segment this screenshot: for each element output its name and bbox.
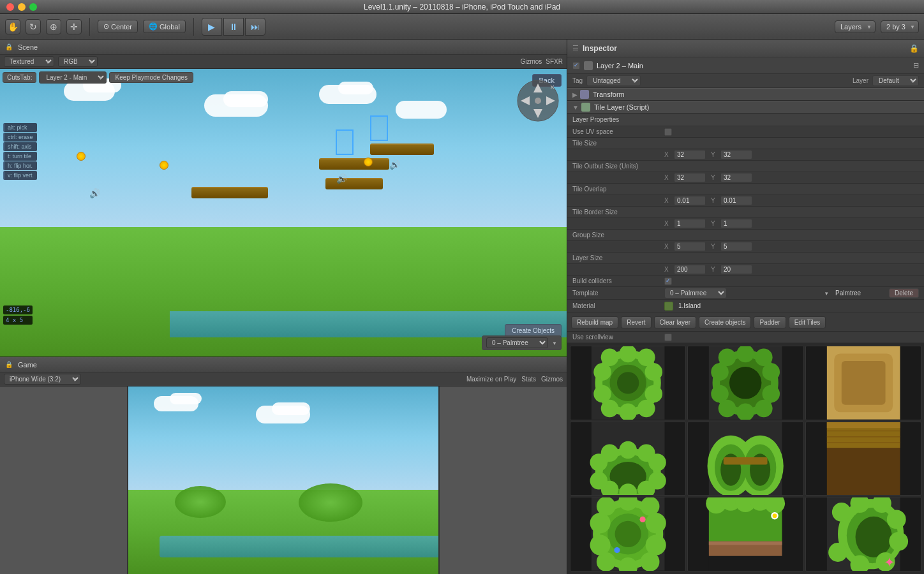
tile-size-row: Tile Size: [567, 138, 924, 149]
template-dropdown[interactable]: 0 – Palmrree: [664, 288, 727, 298]
svg-point-74: [641, 552, 660, 571]
layer-size-label: Layer Size: [572, 254, 662, 261]
shortcut-shift-axis: shift: axis: [3, 142, 37, 151]
cuts-tab: CutsTab: Layer 2 - Main Keep Playmode Ch…: [3, 71, 193, 84]
inspector-scroll[interactable]: ▶ Transform ▼ Tile Layer (Script) Layer …: [567, 88, 924, 314]
transform-header[interactable]: ▶ Transform: [567, 88, 924, 101]
tile-8[interactable]: [687, 497, 803, 571]
screen-size-dropdown[interactable]: iPhone Wide (3:2): [4, 374, 81, 385]
layer-enable-checkbox[interactable]: [572, 62, 580, 70]
global-toggle[interactable]: 🌐 Global: [143, 20, 186, 33]
game-toolbar: iPhone Wide (3:2) Maximize on Play Stats…: [0, 372, 567, 386]
game-gizmos-label[interactable]: Gizmos: [541, 376, 563, 383]
tile-1[interactable]: [570, 346, 686, 420]
tile-4[interactable]: [570, 422, 686, 496]
svg-point-41: [619, 441, 637, 459]
tag-dropdown-wrap: Untagged: [586, 75, 641, 86]
view-mode-dropdown[interactable]: Textured: [4, 56, 54, 67]
move-tool-button[interactable]: ✛: [66, 19, 82, 34]
clear-layer-button[interactable]: Clear layer: [654, 316, 696, 328]
tile-size-y-input[interactable]: [720, 150, 752, 159]
game-cloud-4: [272, 402, 310, 415]
by-dropdown[interactable]: 2 by 3: [881, 20, 919, 33]
nav-cross: ×: [516, 78, 560, 123]
rotate-tool-button[interactable]: ↻: [26, 19, 41, 34]
group-size-x-input[interactable]: [674, 242, 706, 251]
game-tab-label[interactable]: Game: [18, 361, 37, 369]
play-button[interactable]: ▶: [202, 18, 222, 36]
scene-lock-icon[interactable]: 🔒: [5, 43, 13, 50]
pause-button[interactable]: ⏸: [223, 18, 244, 36]
game-canvas: [0, 386, 567, 574]
gizmos-label[interactable]: Gizmos: [520, 58, 542, 65]
tile-7[interactable]: [570, 497, 686, 571]
svg-point-12: [645, 363, 663, 381]
material-value: 1.Island: [678, 302, 919, 309]
svg-point-26: [763, 363, 780, 381]
build-colliders-row: Build colliders: [567, 276, 924, 287]
center-toggle[interactable]: ⊙ Center: [98, 20, 138, 33]
tile-overlap-y-label: Y: [711, 197, 719, 204]
cloud-4: [223, 91, 268, 107]
stats-button[interactable]: Stats: [521, 376, 536, 383]
inspector-lock-button[interactable]: 🔒: [909, 44, 919, 53]
tile-border-y-input[interactable]: [720, 219, 752, 228]
svg-text:×: ×: [550, 83, 555, 92]
layer-size-x-input[interactable]: [674, 265, 706, 274]
palmtree-dropdown[interactable]: 0 – Palmtree: [486, 337, 548, 348]
game-water: [160, 536, 440, 557]
scene-tab-label[interactable]: Scene: [18, 43, 38, 51]
tile-layer-header[interactable]: ▼ Tile Layer (Script): [567, 101, 924, 114]
edit-tiles-button[interactable]: Edit Tiles: [789, 316, 826, 328]
scene-content: 🔊 🔊 🔊: [0, 69, 567, 357]
template-label: Template: [572, 290, 662, 297]
channel-dropdown[interactable]: RGB: [58, 56, 98, 67]
tile-overlap-x-input[interactable]: [674, 196, 706, 205]
tile-overlap-y-input[interactable]: [720, 196, 752, 205]
keep-playmode-button[interactable]: Keep Playmode Changes: [109, 72, 193, 83]
game-image: [127, 386, 440, 574]
game-lock-icon[interactable]: 🔒: [5, 361, 13, 368]
minimize-button[interactable]: [18, 3, 26, 11]
svg-rect-59: [826, 422, 900, 428]
rebuild-map-button[interactable]: Rebuild map: [571, 316, 618, 328]
game-header: 🔒 Game: [0, 357, 567, 372]
layer-select[interactable]: Layer 2 - Main: [39, 71, 107, 84]
tile-output-x-input[interactable]: [674, 173, 706, 182]
tile-size-x-input[interactable]: [674, 150, 706, 159]
layer-right-controls: ⊟: [913, 61, 919, 70]
step-button[interactable]: ⏭: [245, 18, 265, 36]
layer-size-y-input[interactable]: [720, 265, 752, 274]
close-button[interactable]: [6, 3, 14, 11]
use-uv-checkbox[interactable]: [664, 128, 672, 136]
tile-2[interactable]: [687, 346, 803, 420]
shortcut-t-turn: t: turn tile: [3, 152, 37, 161]
tile-9[interactable]: ✦: [805, 497, 921, 571]
tag-dropdown[interactable]: Untagged: [586, 75, 641, 86]
build-colliders-checkbox[interactable]: [664, 277, 672, 285]
window-controls: [6, 3, 37, 11]
tile-5[interactable]: [687, 422, 803, 496]
scale-tool-button[interactable]: ⊕: [46, 19, 61, 34]
group-size-y-input[interactable]: [720, 242, 752, 251]
layer-select-inspector[interactable]: Default: [872, 75, 919, 86]
revert-button[interactable]: Revert: [621, 316, 651, 328]
create-objects-inspector-button[interactable]: Create objects: [699, 316, 751, 328]
tile-overlap-label: Tile Overlap: [572, 186, 662, 193]
inspector-title: Inspector: [583, 44, 617, 53]
platform-2: [319, 158, 389, 170]
tile-size-xy: X Y: [664, 150, 919, 159]
tile-6[interactable]: [805, 422, 921, 496]
tile-output-y-input[interactable]: [720, 173, 752, 182]
tile-3[interactable]: [805, 346, 921, 420]
layers-dropdown[interactable]: Layers: [835, 20, 876, 33]
maximize-button[interactable]: [29, 3, 37, 11]
use-scrollview-checkbox[interactable]: [664, 334, 672, 341]
scene-canvas[interactable]: 🔊 🔊 🔊 CutsTab: Layer 2 - Main: [0, 69, 567, 357]
inspector-menu-icon: ☰: [572, 44, 579, 52]
hand-tool-button[interactable]: ✋: [5, 19, 20, 34]
template-delete-button[interactable]: Delete: [889, 288, 919, 298]
maximize-on-play[interactable]: Maximize on Play: [466, 376, 516, 383]
padder-button[interactable]: Padder: [754, 316, 786, 328]
tile-border-x-input[interactable]: [674, 219, 706, 228]
